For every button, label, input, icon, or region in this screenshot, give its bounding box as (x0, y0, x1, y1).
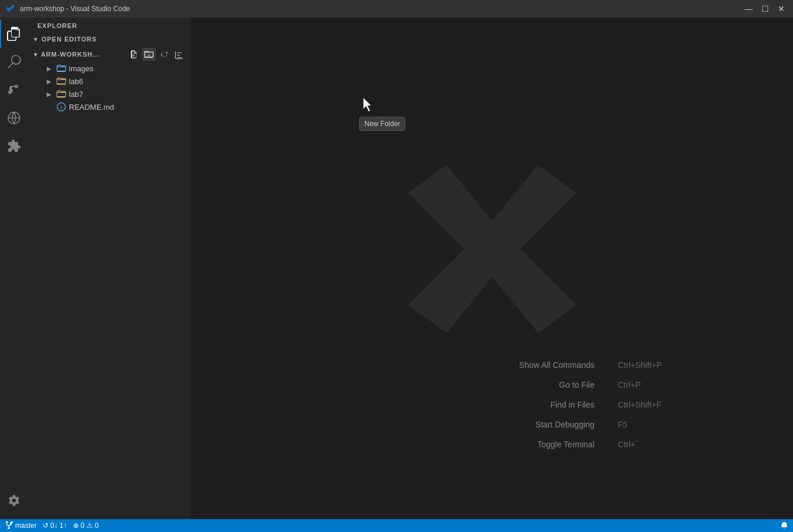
tree-item-lab7[interactable]: ▶ lab7 (28, 88, 191, 100)
svg-text:i: i (61, 105, 62, 110)
activity-item-settings[interactable] (0, 486, 28, 514)
tree-item-readme-label: README.md (69, 103, 114, 112)
shortcut-label-terminal: Toggle Terminal (537, 440, 594, 449)
tree-item-lab7-label: lab7 (69, 90, 84, 99)
refresh-button[interactable] (157, 48, 171, 61)
shortcut-row-debug: Start Debugging F5 (519, 420, 688, 429)
activity-item-extensions[interactable] (0, 132, 28, 160)
folder-lab7-icon (56, 89, 67, 99)
new-folder-button[interactable] (142, 48, 156, 61)
git-branch-label: master (15, 521, 37, 530)
shortcuts-panel: Show All Commands Ctrl+Shift+P Go to Fil… (519, 360, 688, 449)
shortcut-row-find: Find in Files Ctrl+Shift+F (519, 400, 688, 409)
shortcut-row-terminal: Toggle Terminal Ctrl+` (519, 440, 688, 449)
bell-item[interactable] (780, 521, 788, 530)
errors-label: ⊗ 0 ⚠ 0 (73, 521, 99, 530)
explorer-toolbar (127, 48, 186, 61)
new-folder-tooltip: New Folder (359, 117, 405, 131)
shortcut-row-goto: Go to File Ctrl+P (519, 380, 688, 390)
sidebar-title: EXPLORER (28, 18, 191, 32)
activity-item-source-control[interactable] (0, 76, 28, 104)
activity-item-explorer[interactable] (0, 20, 28, 48)
shortcut-label-goto: Go to File (559, 380, 594, 390)
tree-arrow-images: ▶ (47, 65, 56, 72)
tree-item-images-label: images (69, 64, 93, 73)
shortcut-key-goto: Ctrl+P (618, 380, 688, 390)
open-editors-section[interactable]: ▼ OPEN EDITORS (28, 32, 191, 47)
shortcut-label-find: Find in Files (551, 400, 594, 409)
status-bar-right (780, 521, 788, 530)
minimize-button[interactable]: — (743, 3, 754, 15)
tree-item-lab6-label: lab6 (69, 77, 84, 86)
sync-item[interactable]: ↺ 0↓ 1↑ (43, 521, 67, 530)
tree-arrow-lab7: ▶ (47, 91, 56, 98)
workspace-chevron: ▼ (33, 51, 39, 58)
shortcut-key-commands: Ctrl+Shift+P (618, 360, 688, 370)
tooltip-text: New Folder (364, 120, 400, 128)
vscode-watermark (399, 155, 586, 344)
shortcut-label-debug: Start Debugging (535, 420, 594, 429)
tree-item-images[interactable]: ▶ images (28, 62, 191, 75)
shortcut-label-commands: Show All Commands (519, 360, 594, 370)
mouse-cursor (361, 96, 375, 117)
errors-item[interactable]: ⊗ 0 ⚠ 0 (73, 521, 99, 530)
title-bar-left: arm-workshop - Visual Studio Code (6, 4, 130, 13)
sidebar: EXPLORER ▼ OPEN EDITORS ▼ ARM-WORKSH... (28, 18, 192, 519)
sync-label: ↺ 0↓ 1↑ (43, 521, 67, 530)
folder-lab6-icon (56, 76, 67, 86)
activity-item-search[interactable] (0, 48, 28, 76)
tree-item-lab6[interactable]: ▶ lab6 (28, 75, 191, 88)
shortcut-key-debug: F5 (618, 420, 688, 429)
activity-bar (0, 18, 28, 519)
window-title: arm-workshop - Visual Studio Code (20, 5, 130, 13)
vscode-icon (6, 4, 15, 13)
editor-area: Show All Commands Ctrl+Shift+P Go to Fil… (192, 18, 793, 519)
tree-arrow-lab6: ▶ (47, 78, 56, 85)
workspace-label: ARM-WORKSH... (41, 51, 127, 58)
window-controls: — ☐ ✕ (743, 3, 787, 15)
new-file-button[interactable] (127, 48, 141, 61)
status-bar: master ↺ 0↓ 1↑ ⊗ 0 ⚠ 0 (0, 519, 793, 532)
shortcut-key-terminal: Ctrl+` (618, 440, 688, 449)
tree-item-readme[interactable]: ▶ i README.md (28, 100, 191, 113)
readme-icon: i (56, 102, 67, 112)
main-area: EXPLORER ▼ OPEN EDITORS ▼ ARM-WORKSH... (0, 18, 793, 519)
title-bar: arm-workshop - Visual Studio Code — ☐ ✕ (0, 0, 793, 18)
status-bar-left: master ↺ 0↓ 1↑ ⊗ 0 ⚠ 0 (5, 521, 99, 530)
close-button[interactable]: ✕ (775, 3, 787, 15)
workspace-section-header[interactable]: ▼ ARM-WORKSH... (28, 47, 191, 62)
shortcut-row-commands: Show All Commands Ctrl+Shift+P (519, 360, 688, 370)
maximize-button[interactable]: ☐ (759, 3, 771, 15)
open-editors-chevron: ▼ (33, 36, 39, 43)
shortcut-key-find: Ctrl+Shift+F (618, 400, 688, 409)
activity-item-remote[interactable] (0, 104, 28, 132)
git-branch-item[interactable]: master (5, 521, 37, 530)
collapse-button[interactable] (172, 48, 186, 61)
open-editors-label: OPEN EDITORS (41, 36, 97, 43)
folder-images-icon (56, 63, 67, 74)
activity-bar-bottom (0, 486, 28, 519)
